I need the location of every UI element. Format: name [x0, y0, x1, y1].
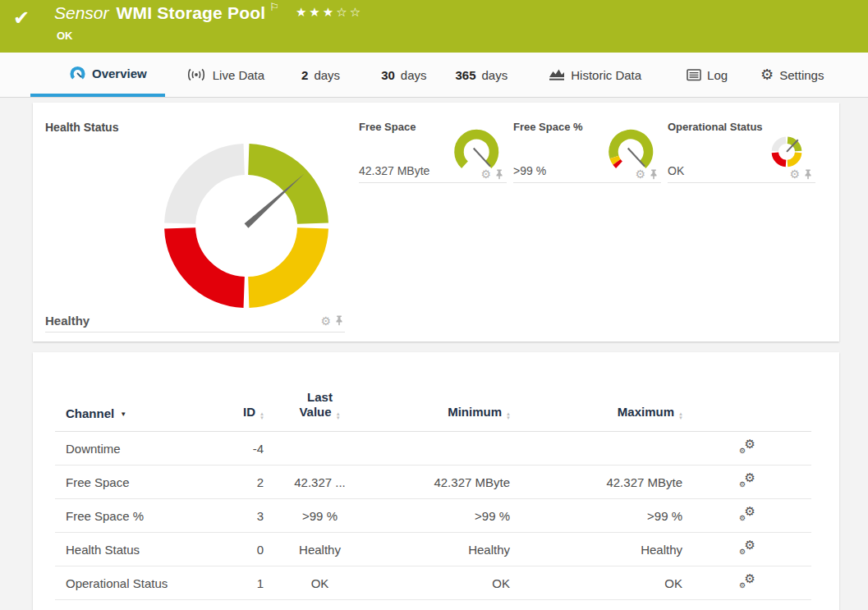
channel-id: 1 — [227, 566, 264, 600]
table-row-downtime: Downtime -4 ⚙⚙ — [55, 432, 811, 466]
channel-settings-icon[interactable]: ⚙⚙ — [739, 474, 755, 488]
tab-label: Overview — [92, 67, 147, 80]
column-header-channel[interactable]: Channel▼ — [55, 352, 227, 432]
channel-name[interactable]: Free Space — [55, 466, 227, 499]
channel-settings-icon[interactable]: ⚙⚙ — [739, 507, 755, 521]
tab-30-days[interactable]: 30 days — [369, 53, 439, 97]
gauge-icon — [69, 65, 86, 81]
sensor-header: ✔ Sensor WMI Storage Pool ⚐ ★★★☆☆ OK — [0, 0, 868, 53]
tab-settings[interactable]: ⚙ Settings — [748, 53, 836, 97]
pin-icon[interactable] — [804, 169, 812, 180]
channel-minimum: >99 % — [375, 499, 511, 533]
channel-last-value: Healthy — [264, 533, 375, 566]
tab-label: Live Data — [213, 68, 264, 82]
channel-name[interactable]: Health Status — [55, 533, 227, 566]
sort-icon — [259, 412, 264, 420]
tab-label: Historic Data — [571, 68, 641, 82]
table-row-operational-status: Operational Status 1 OK OK OK ⚙⚙ — [55, 566, 811, 600]
gear-icon[interactable]: ⚙ — [635, 168, 645, 180]
tab-label: days — [401, 68, 427, 82]
table-row-free-space-percent: Free Space % 3 >99 % >99 % >99 % ⚙⚙ — [55, 499, 811, 533]
priority-stars[interactable]: ★★★☆☆ — [296, 5, 363, 20]
tab-number: 365 — [456, 68, 476, 82]
gear-icon[interactable]: ⚙ — [789, 168, 800, 180]
table-row-health-status: Health Status 0 Healthy Healthy Healthy … — [55, 533, 811, 566]
pin-icon[interactable] — [335, 315, 343, 326]
tab-2-days[interactable]: 2 days — [289, 53, 352, 97]
tab-bar: Overview Live Data 2 days 30 days 365 da… — [0, 53, 868, 98]
health-status-footer: Healthy ⚙ — [45, 310, 345, 333]
column-label: Channel — [66, 406, 114, 420]
gauge-value: OK — [668, 164, 684, 177]
sort-icon — [506, 412, 511, 420]
tab-label: days — [482, 68, 508, 82]
health-status-gauge — [164, 144, 328, 308]
tab-log[interactable]: Log — [674, 53, 740, 97]
tab-label: Settings — [779, 68, 824, 82]
channels-table: Channel▼ ID Last Value Minimum Maximum — [55, 352, 811, 600]
gauge-panel-free-space: Free Space 42.327 MByte ⚙ — [359, 121, 507, 183]
channel-settings-icon[interactable]: ⚙⚙ — [739, 541, 755, 555]
channel-id: 2 — [227, 466, 264, 499]
priority-flag-icon[interactable]: ⚐ — [269, 1, 279, 13]
column-header-maximum[interactable]: Maximum — [511, 352, 683, 432]
channel-name[interactable]: Operational Status — [55, 566, 227, 600]
sensor-type-label: Sensor — [54, 3, 109, 23]
column-label: Last Value — [299, 390, 333, 419]
channel-maximum: Healthy — [511, 533, 683, 566]
tab-label: days — [314, 68, 340, 82]
tab-overview[interactable]: Overview — [30, 53, 165, 97]
gauge-panel-operational-status: Operational Status OK ⚙ — [668, 121, 815, 183]
channel-last-value — [264, 432, 375, 466]
check-icon: ✔ — [13, 7, 30, 30]
channel-maximum: >99 % — [511, 499, 683, 533]
channel-last-value: >99 % — [264, 499, 375, 533]
sort-icon — [336, 412, 341, 420]
health-status-value: Healthy — [45, 314, 90, 328]
column-header-settings — [683, 352, 811, 432]
caret-down-icon: ▼ — [120, 410, 126, 418]
mini-gauge-panels: Free Space 42.327 MByte ⚙ Free Space % — [359, 121, 822, 183]
gauge-value: >99 % — [513, 164, 546, 177]
channel-name[interactable]: Free Space % — [55, 499, 227, 533]
channel-name[interactable]: Downtime — [55, 432, 227, 466]
pin-icon[interactable] — [650, 169, 658, 180]
channel-minimum — [375, 432, 511, 466]
tab-historic-data[interactable]: Historic Data — [536, 53, 654, 97]
column-label: Maximum — [618, 405, 674, 419]
tab-365-days[interactable]: 365 days — [443, 53, 521, 97]
channel-minimum: OK — [375, 566, 511, 600]
pin-icon[interactable] — [495, 169, 503, 180]
tab-number: 30 — [381, 68, 395, 82]
column-header-minimum[interactable]: Minimum — [375, 352, 511, 432]
gauge-value: 42.327 MByte — [359, 164, 429, 177]
gauge-panel-free-space-percent: Free Space % >99 % ⚙ — [513, 121, 661, 183]
broadcast-icon — [186, 68, 207, 81]
channel-maximum: OK — [511, 566, 683, 600]
table-row-free-space: Free Space 2 42.327 ... 42.327 MByte 42.… — [55, 466, 811, 499]
channel-last-value: 42.327 ... — [264, 466, 375, 499]
channel-minimum: Healthy — [375, 533, 511, 566]
health-status-panel-title: Health Status — [45, 121, 118, 134]
channel-id: 0 — [227, 533, 264, 566]
column-header-id[interactable]: ID — [227, 352, 264, 432]
channel-maximum — [511, 432, 683, 466]
column-label: Minimum — [448, 405, 502, 419]
sort-icon — [678, 412, 683, 420]
channel-settings-icon[interactable]: ⚙⚙ — [739, 575, 755, 589]
column-header-last-value[interactable]: Last Value — [264, 352, 375, 432]
gear-icon: ⚙ — [760, 67, 774, 82]
tab-number: 2 — [301, 68, 308, 82]
gauge-needle — [628, 148, 645, 166]
tab-live-data[interactable]: Live Data — [173, 53, 277, 97]
gauge-needle — [474, 148, 490, 166]
gear-icon[interactable]: ⚙ — [480, 168, 491, 180]
channel-settings-icon[interactable]: ⚙⚙ — [739, 440, 755, 454]
channel-id: 3 — [227, 499, 264, 533]
channels-card: Channel▼ ID Last Value Minimum Maximum — [33, 352, 839, 610]
page-title: WMI Storage Pool — [117, 3, 266, 23]
channel-last-value: OK — [264, 566, 375, 600]
area-chart-icon — [549, 68, 565, 82]
gear-icon[interactable]: ⚙ — [320, 315, 331, 327]
status-badge: OK — [57, 30, 73, 42]
